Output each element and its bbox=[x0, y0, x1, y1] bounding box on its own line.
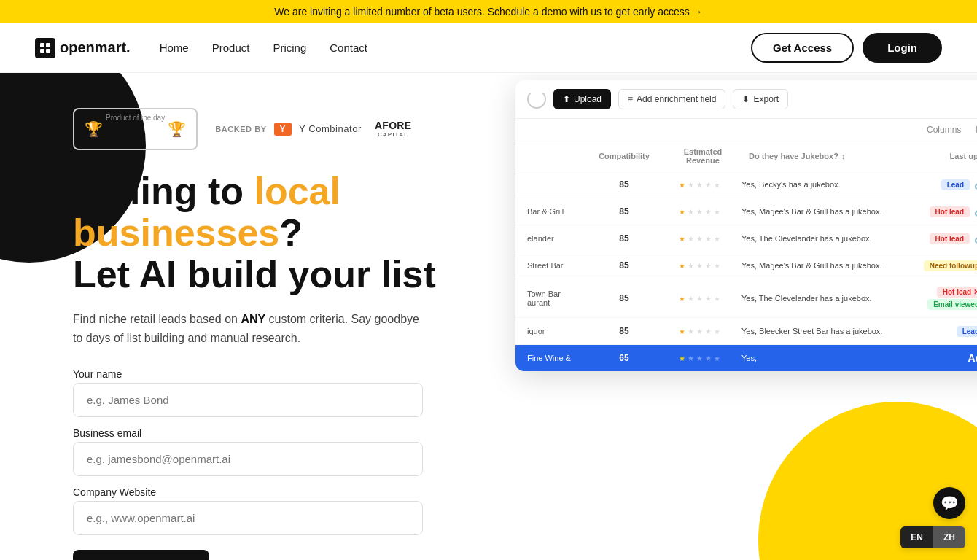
cell-updated: Need followup ⋯ bbox=[924, 260, 977, 271]
nav-links: Home Product Pricing Contact bbox=[160, 42, 367, 54]
columns-label[interactable]: Columns bbox=[927, 125, 961, 135]
status-badge: Lead bbox=[957, 326, 977, 337]
status-badge: Hot lead ✕ bbox=[937, 287, 977, 298]
yc-badge: Y bbox=[274, 122, 292, 136]
refresh-icon[interactable] bbox=[527, 90, 546, 109]
badge-rank: 2nd bbox=[106, 122, 165, 144]
lang-en-button[interactable]: EN bbox=[900, 526, 933, 548]
status-badge: Need followup bbox=[924, 260, 977, 271]
cell-revenue: ★★★★★ bbox=[663, 208, 736, 216]
upload-button[interactable]: ⬆ Upload bbox=[553, 89, 611, 109]
table-row: iquor 85 ★★★★★ Yes, Bleecker Street Bar … bbox=[515, 318, 977, 345]
col-header-jukebox: Do they have Jukebox? ↕ bbox=[749, 152, 921, 160]
lang-zh-button[interactable]: ZH bbox=[933, 526, 965, 548]
table-row: Street Bar 85 ★★★★★ Yes, Marjee's Bar & … bbox=[515, 252, 977, 279]
link-icon[interactable]: 🔗 bbox=[974, 206, 977, 217]
backed-section: BACKED BY Y Y Combinator AFORE CAPITAL bbox=[215, 120, 411, 138]
svg-rect-2 bbox=[40, 49, 44, 53]
website-label: Company Website bbox=[73, 486, 423, 498]
add-enrichment-button[interactable]: ≡ Add enrichment field bbox=[618, 89, 725, 109]
table-row: 85 ★★★★★ Yes, Becky's has a jukebox. Lea… bbox=[515, 171, 977, 198]
name-input[interactable] bbox=[73, 383, 423, 417]
logo[interactable]: openmart. bbox=[35, 38, 131, 58]
dashboard-preview: ⬆ Upload ≡ Add enrichment field ⬇ Export… bbox=[515, 80, 977, 371]
sort-icon: ↕ bbox=[841, 152, 846, 160]
table-row: elander 85 ★★★★★ Yes, The Clevelander ha… bbox=[515, 225, 977, 252]
cell-revenue: ★★★★★ bbox=[663, 327, 736, 335]
export-icon: ⬇ bbox=[742, 94, 750, 104]
hero-title: Selling to local businesses? Let AI buil… bbox=[73, 171, 502, 296]
nav-contact[interactable]: Contact bbox=[330, 42, 367, 54]
logo-text: openmart. bbox=[60, 39, 131, 56]
schedule-button[interactable]: Schedule a demo bbox=[73, 550, 209, 560]
badge-section: 🏆 Product of the day 2nd 🏆 BACKED BY Y Y… bbox=[73, 108, 502, 150]
cell-updated: Lead ⋯ bbox=[934, 325, 977, 337]
hero-suffix: ? bbox=[279, 211, 303, 254]
nav-pricing[interactable]: Pricing bbox=[273, 42, 306, 54]
svg-rect-0 bbox=[40, 43, 44, 47]
svg-rect-3 bbox=[46, 49, 50, 53]
cell-updated: Hot lead ✕ Email viewed ⋯ bbox=[927, 287, 977, 310]
cell-name: Bar & Grill bbox=[527, 207, 585, 216]
dash-table: 85 ★★★★★ Yes, Becky's has a jukebox. Lea… bbox=[515, 171, 977, 371]
col-header-updated: Last updated bbox=[927, 152, 977, 160]
cell-compat: 85 bbox=[591, 206, 657, 217]
link-icon[interactable]: 🔗 bbox=[974, 179, 977, 190]
cell-name: Town Baraurant bbox=[527, 289, 585, 307]
cell-compat: 85 bbox=[591, 326, 657, 336]
navbar: openmart. Home Product Pricing Contact G… bbox=[0, 23, 977, 73]
get-access-button[interactable]: Get Access bbox=[751, 33, 854, 63]
cell-jukebox: Yes, The Clevelander has a jukebox. bbox=[741, 294, 922, 303]
website-input[interactable] bbox=[73, 501, 423, 535]
subtitle-bold: ANY bbox=[241, 313, 265, 325]
nav-right: Get Access Login bbox=[751, 33, 942, 63]
hero-right: ⬆ Upload ≡ Add enrichment field ⬇ Export… bbox=[537, 73, 977, 560]
laurel-left: 🏆 bbox=[85, 120, 103, 138]
cell-compat: 85 bbox=[591, 179, 657, 190]
link-icon[interactable]: 🔗 bbox=[974, 233, 977, 244]
cell-name: elander bbox=[527, 234, 585, 243]
chat-icon: 💬 bbox=[941, 494, 959, 512]
status-badge: Hot lead bbox=[930, 206, 970, 217]
cell-jukebox: Yes, Becky's has a jukebox. bbox=[741, 180, 928, 189]
laurel-right: 🏆 bbox=[168, 120, 186, 138]
signup-form: Your name Business email Company Website… bbox=[73, 368, 423, 560]
table-options: Columns Filters bbox=[515, 119, 977, 141]
col-header-compat: Compatibility bbox=[591, 152, 657, 160]
chat-button[interactable]: 💬 bbox=[933, 487, 965, 519]
hero-left: 🏆 Product of the day 2nd 🏆 BACKED BY Y Y… bbox=[0, 73, 537, 560]
cell-revenue: ★★★★★ bbox=[663, 295, 736, 303]
name-group: Your name bbox=[73, 368, 423, 417]
cell-revenue: ★★★★★ bbox=[663, 262, 736, 270]
cell-name: Street Bar bbox=[527, 261, 585, 270]
status-badge: Hot lead bbox=[930, 233, 970, 244]
cell-revenue: ★★★★★ bbox=[663, 235, 736, 243]
product-badge: 🏆 Product of the day 2nd 🏆 bbox=[73, 108, 198, 150]
email-input[interactable] bbox=[73, 442, 423, 476]
email-label: Business email bbox=[73, 427, 423, 439]
hero-title-prefix: Selling to bbox=[73, 170, 254, 212]
lang-switcher: EN ZH bbox=[900, 526, 965, 548]
nav-home[interactable]: Home bbox=[160, 42, 189, 54]
subtitle-prefix: Find niche retail leads based on bbox=[73, 313, 241, 325]
cell-updated: Hot lead 🔗 ⋯ bbox=[930, 206, 977, 217]
hero-title-line3: Let AI build your list bbox=[73, 253, 436, 295]
email-viewed-badge: Email viewed bbox=[927, 299, 977, 310]
upload-icon: ⬆ bbox=[563, 94, 570, 104]
table-header: Compatibility EstimatedRevenue Do they h… bbox=[515, 141, 977, 171]
cell-compat: 85 bbox=[591, 233, 657, 244]
logo-icon bbox=[35, 38, 55, 58]
export-button[interactable]: ⬇ Export bbox=[733, 89, 788, 109]
hero-section: 🏆 Product of the day 2nd 🏆 BACKED BY Y Y… bbox=[0, 73, 977, 560]
enrichment-icon: ≡ bbox=[628, 94, 633, 104]
nav-product[interactable]: Product bbox=[212, 42, 250, 54]
afore-text: AFORE CAPITAL bbox=[375, 120, 411, 138]
cell-jukebox: Yes, Marjee's Bar & Grill has a jukebox. bbox=[741, 261, 918, 270]
cell-updated: Hot lead 🔗 ⋯ bbox=[930, 233, 977, 244]
col-header-revenue: EstimatedRevenue bbox=[663, 147, 743, 165]
cell-updated: Lead 🔗 ⋯ bbox=[934, 179, 977, 190]
hero-highlight-businesses: businesses bbox=[73, 211, 279, 254]
added-label: Added bbox=[927, 352, 977, 364]
yc-label: Y Combinator bbox=[299, 123, 362, 134]
login-button[interactable]: Login bbox=[863, 33, 942, 63]
